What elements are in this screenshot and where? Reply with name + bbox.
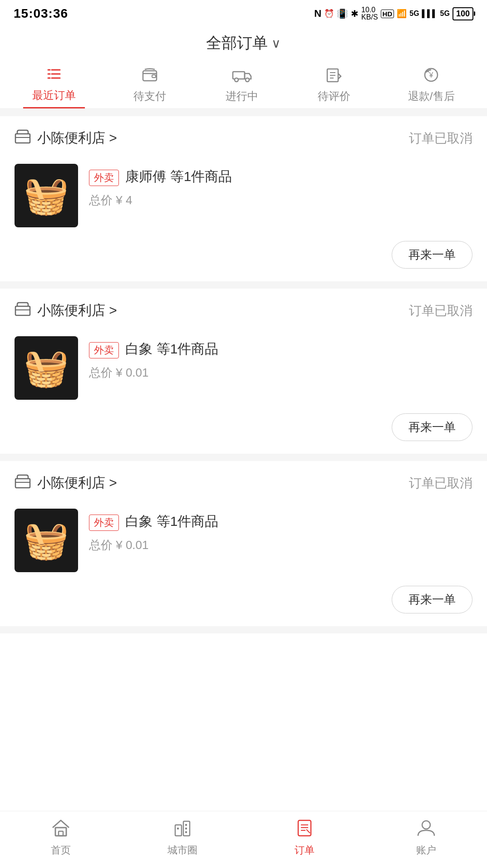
item-image-2: 🧺: [15, 336, 78, 400]
item-name-row-1: 外卖 康师傅 等1件商品: [89, 167, 472, 186]
order-card-3: 小陈便利店 > 订单已取消 🧺 外卖 白象 等1件商品 总价 ¥ 0.01 再来…: [0, 461, 487, 626]
delivery-badge-1: 外卖: [89, 170, 119, 186]
svg-rect-6: [143, 71, 157, 81]
nav-home[interactable]: 首页: [25, 819, 97, 857]
item-name-row-3: 外卖 白象 等1件商品: [89, 512, 472, 531]
svg-rect-29: [185, 828, 187, 829]
svg-text:¥: ¥: [429, 71, 433, 79]
reorder-button-1[interactable]: 再来一单: [392, 241, 472, 269]
hd-icon: HD: [381, 10, 394, 18]
item-name-1: 康师傅 等1件商品: [125, 169, 232, 184]
store-icon-1: [15, 129, 31, 147]
signal-5g-icon: 5G: [409, 10, 419, 18]
list-icon: [45, 65, 63, 85]
tab-in-progress[interactable]: 进行中: [215, 60, 269, 108]
tab-in-progress-label: 进行中: [226, 89, 258, 103]
item-price-2: 总价 ¥ 0.01: [89, 365, 472, 381]
tab-pending-review-label: 待评价: [318, 89, 350, 103]
svg-rect-30: [185, 831, 187, 833]
orders-icon: [295, 819, 315, 841]
order-tab-bar: 最近订单 待支付 进行中: [0, 59, 487, 109]
svg-rect-8: [233, 72, 245, 79]
item-name-3: 白象 等1件商品: [125, 514, 218, 529]
svg-point-9: [235, 78, 238, 82]
tab-recent-label: 最近订单: [32, 88, 76, 103]
truck-icon: [232, 66, 252, 86]
store-info-2[interactable]: 小陈便利店 >: [15, 301, 117, 320]
svg-line-35: [306, 829, 310, 833]
status-icons: N ⏰ 📳 ✱ 10.0KB/S HD 📶 5G ▌▌▌ 5G 100: [314, 6, 473, 21]
orders-content: 小陈便利店 > 订单已取消 🧺 外卖 康师傅 等1件商品 总价 ¥ 4 再来一单: [0, 109, 487, 688]
total-price-2: 总价 ¥ 0.01: [89, 366, 149, 379]
status-bar: 15:03:36 N ⏰ 📳 ✱ 10.0KB/S HD 📶 5G ▌▌▌ 5G…: [0, 0, 487, 25]
network-speed-icon: 10.0KB/S: [361, 6, 378, 21]
tab-pending-pay[interactable]: 待支付: [123, 60, 177, 108]
page-header: 全部订单 ∨: [0, 25, 487, 59]
store-name-3: 小陈便利店 >: [37, 474, 117, 492]
city-icon: [172, 819, 192, 841]
home-icon: [51, 819, 71, 841]
store-info-1[interactable]: 小陈便利店 >: [15, 129, 117, 147]
bottom-nav: 首页 城市圈 订单: [0, 811, 487, 868]
battery-icon: 100: [453, 7, 473, 20]
nav-orders[interactable]: 订单: [268, 819, 341, 857]
item-name-row-2: 外卖 白象 等1件商品: [89, 340, 472, 358]
signal-bars-icon: ▌▌▌: [422, 10, 438, 18]
nav-account-label: 账户: [416, 843, 436, 857]
nfc-icon: N: [314, 8, 321, 20]
basket-icon-1: 🧺: [24, 174, 69, 217]
delivery-badge-3: 外卖: [89, 515, 119, 531]
header-title-container[interactable]: 全部订单 ∨: [206, 33, 281, 54]
item-details-3: 外卖 白象 等1件商品 总价 ¥ 0.01: [89, 509, 472, 553]
divider-2: [0, 281, 487, 289]
basket-icon-3: 🧺: [24, 519, 69, 562]
reorder-button-3[interactable]: 再来一单: [392, 586, 472, 613]
order-action-3: 再来一单: [0, 581, 487, 626]
item-price-3: 总价 ¥ 0.01: [89, 537, 472, 553]
item-image-3: 🧺: [15, 509, 78, 572]
tab-refund-label: 退款/售后: [408, 89, 455, 103]
store-name-2: 小陈便利店 >: [37, 301, 117, 320]
refund-icon: ¥: [423, 66, 440, 86]
item-price-1: 总价 ¥ 4: [89, 192, 472, 208]
total-price-3: 总价 ¥ 0.01: [89, 538, 149, 552]
alarm-icon: ⏰: [324, 9, 334, 19]
nav-city[interactable]: 城市圈: [146, 819, 219, 857]
item-details-1: 外卖 康师傅 等1件商品 总价 ¥ 4: [89, 164, 472, 208]
reorder-button-2[interactable]: 再来一单: [392, 413, 472, 441]
store-icon-2: [15, 302, 31, 320]
item-details-2: 外卖 白象 等1件商品 总价 ¥ 0.01: [89, 336, 472, 381]
svg-point-36: [422, 821, 430, 829]
bluetooth-icon: ✱: [351, 8, 359, 19]
order-header-3: 小陈便利店 > 订单已取消: [0, 461, 487, 501]
nav-account[interactable]: 账户: [390, 819, 462, 857]
divider-1: [0, 109, 487, 116]
tab-refund[interactable]: ¥ 退款/售后: [399, 60, 464, 108]
order-status-2: 订单已取消: [409, 302, 472, 319]
order-card-2: 小陈便利店 > 订单已取消 🧺 外卖 白象 等1件商品 总价 ¥ 0.01 再来…: [0, 289, 487, 454]
svg-point-10: [246, 78, 249, 82]
wifi-icon: 📶: [397, 9, 407, 19]
status-time: 15:03:36: [14, 6, 68, 21]
store-info-3[interactable]: 小陈便利店 >: [15, 474, 117, 492]
nav-home-label: 首页: [51, 843, 71, 857]
order-item-row-1: 🧺 外卖 康师傅 等1件商品 总价 ¥ 4: [0, 157, 487, 236]
order-status-1: 订单已取消: [409, 130, 472, 147]
divider-bottom: [0, 626, 487, 633]
store-name-1: 小陈便利店 >: [37, 129, 117, 147]
item-image-1: 🧺: [15, 164, 78, 227]
tab-pending-review[interactable]: 待评价: [307, 60, 361, 108]
svg-rect-28: [185, 824, 187, 826]
wallet-icon: [141, 66, 158, 86]
order-action-2: 再来一单: [0, 409, 487, 454]
signal-5g-2-icon: 5G: [440, 10, 450, 18]
svg-rect-19: [15, 306, 30, 315]
tab-recent-orders[interactable]: 最近订单: [23, 59, 85, 108]
svg-rect-25: [175, 825, 182, 836]
account-icon: [416, 819, 436, 841]
total-price-1: 总价 ¥ 4: [89, 193, 132, 207]
order-item-row-2: 🧺 外卖 白象 等1件商品 总价 ¥ 0.01: [0, 329, 487, 409]
page-title: 全部订单: [206, 33, 268, 54]
basket-icon-2: 🧺: [24, 347, 69, 389]
svg-rect-21: [15, 479, 30, 488]
